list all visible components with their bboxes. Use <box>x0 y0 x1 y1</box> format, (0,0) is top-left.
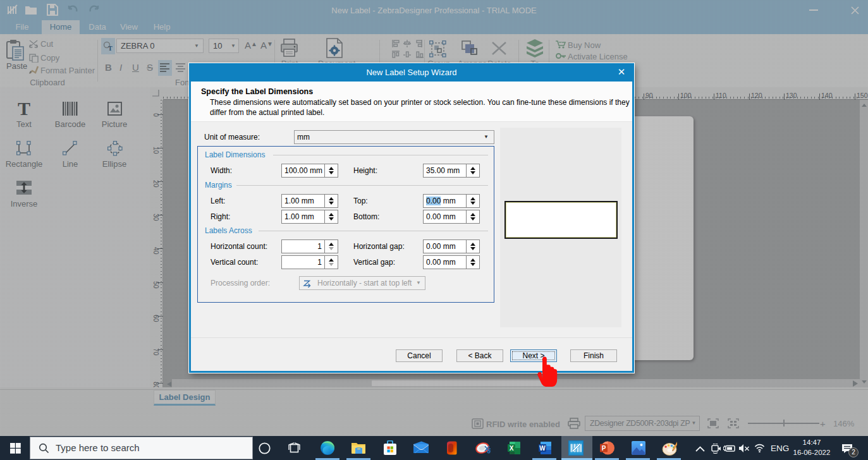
svg-text:X: X <box>510 445 514 452</box>
svg-text:P: P <box>602 445 606 452</box>
svg-text:W: W <box>539 445 546 452</box>
